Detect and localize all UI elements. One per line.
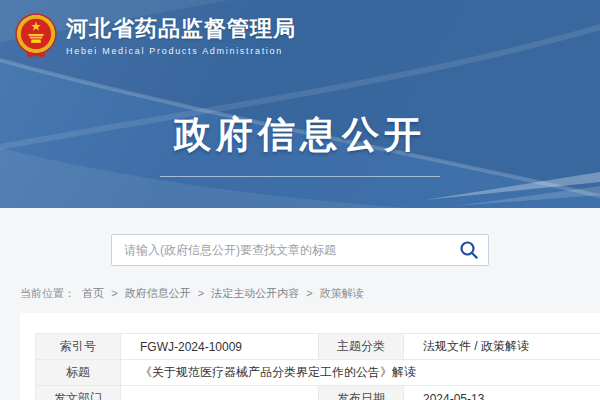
breadcrumb-link-statutory-content[interactable]: 法定主动公开内容 <box>211 287 299 299</box>
table-row: 标题 《关于规范医疗器械产品分类界定工作的公告》解读 <box>36 360 600 386</box>
title-value: 《关于规范医疗器械产品分类界定工作的公告》解读 <box>121 360 600 386</box>
breadcrumb-separator: > <box>306 287 312 299</box>
breadcrumb-current-policy-interpretation: 政策解读 <box>320 287 364 299</box>
search-icon <box>459 240 479 260</box>
search-section <box>0 208 600 266</box>
site-logo: 河北省药品监督管理局 Hebei Medical Products Admini… <box>14 13 296 59</box>
publish-date-label: 发布日期 <box>319 386 404 400</box>
title-label: 标题 <box>36 360 121 386</box>
site-subtitle: Hebei Medical Products Administration <box>66 46 296 56</box>
issuing-department-label: 发文部门 <box>36 386 121 400</box>
breadcrumb: 当前位置： 首页 > 政府信息公开 > 法定主动公开内容 > 政策解读 <box>20 286 600 301</box>
search-input[interactable] <box>112 235 488 265</box>
index-number-label: 索引号 <box>36 334 121 360</box>
breadcrumb-separator: > <box>198 287 204 299</box>
index-number-value: FGWJ-2024-10009 <box>121 334 319 360</box>
page: 河北省药品监督管理局 Hebei Medical Products Admini… <box>0 0 600 400</box>
search-box <box>111 234 489 266</box>
banner-title: 政府信息公开 <box>0 110 600 160</box>
banner-underline <box>160 176 440 177</box>
site-title: 河北省药品监督管理局 <box>66 16 296 42</box>
table-row: 发文部门 发布日期 2024-05-13 <box>36 386 600 400</box>
site-header: 河北省药品监督管理局 Hebei Medical Products Admini… <box>0 0 600 208</box>
search-button[interactable] <box>458 240 480 262</box>
issuing-department-value <box>121 386 319 400</box>
document-info-table: 索引号 FGWJ-2024-10009 主题分类 法规文件 / 政策解读 标题 … <box>35 333 600 400</box>
national-emblem-icon <box>14 13 58 59</box>
subject-category-label: 主题分类 <box>319 334 404 360</box>
subject-category-value: 法规文件 / 政策解读 <box>404 334 600 360</box>
breadcrumb-separator: > <box>111 287 117 299</box>
publish-date-value: 2024-05-13 <box>404 386 600 400</box>
breadcrumb-link-home[interactable]: 首页 <box>82 287 104 299</box>
document-info-card: 索引号 FGWJ-2024-10009 主题分类 法规文件 / 政策解读 标题 … <box>20 313 600 400</box>
breadcrumb-link-info-disclosure[interactable]: 政府信息公开 <box>125 287 191 299</box>
breadcrumb-prefix: 当前位置： <box>20 287 75 299</box>
table-row: 索引号 FGWJ-2024-10009 主题分类 法规文件 / 政策解读 <box>36 334 600 360</box>
